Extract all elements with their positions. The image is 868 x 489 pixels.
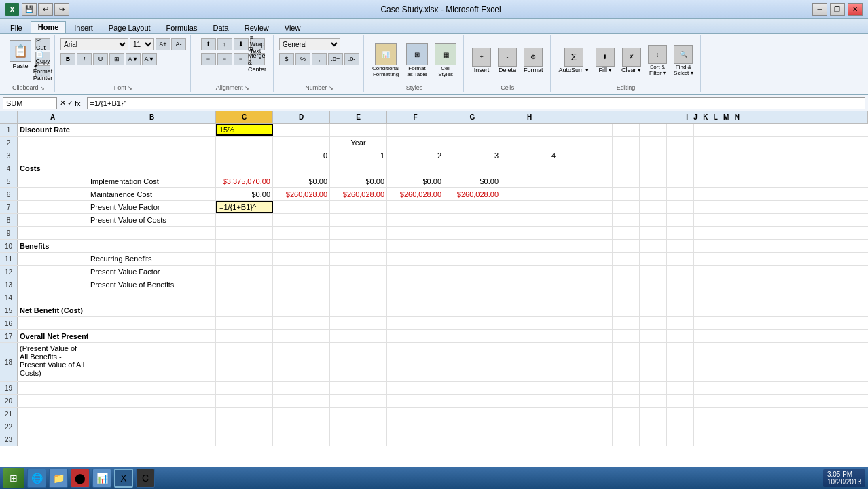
list-item[interactable]: [640, 214, 667, 226]
list-item[interactable]: Net Benefit (Cost): [18, 304, 88, 316]
list-item[interactable]: [444, 291, 501, 304]
list-item[interactable]: [585, 330, 613, 342]
align-center-btn[interactable]: ≡: [217, 53, 232, 65]
col-header-h[interactable]: H: [501, 111, 558, 123]
list-item[interactable]: [585, 175, 613, 187]
list-item[interactable]: Present Value Factor: [88, 266, 216, 278]
list-item[interactable]: [585, 408, 613, 420]
list-item[interactable]: [694, 291, 721, 304]
list-item[interactable]: [88, 124, 216, 136]
list-item[interactable]: [501, 266, 558, 278]
list-item[interactable]: [387, 408, 444, 420]
list-item[interactable]: [558, 214, 585, 226]
list-item[interactable]: [273, 330, 330, 342]
save-btn[interactable]: 💾: [22, 3, 37, 16]
list-item[interactable]: [613, 227, 640, 239]
list-item[interactable]: [88, 382, 216, 394]
row-number[interactable]: 15: [0, 304, 18, 316]
list-item[interactable]: 0: [273, 149, 330, 162]
list-item[interactable]: [387, 343, 444, 381]
list-item[interactable]: [273, 395, 330, 407]
insert-btn[interactable]: + Insert: [469, 46, 494, 75]
list-item[interactable]: [216, 149, 273, 162]
list-item[interactable]: [501, 188, 558, 200]
list-item[interactable]: [694, 137, 721, 149]
start-button[interactable]: ⊞: [3, 468, 24, 488]
list-item[interactable]: [444, 201, 501, 213]
fill-color-button[interactable]: A▼: [126, 53, 141, 65]
taskbar-explorer[interactable]: 📁: [49, 469, 68, 488]
list-item[interactable]: [558, 408, 585, 420]
list-item[interactable]: [558, 291, 585, 304]
list-item[interactable]: [444, 266, 501, 278]
list-item[interactable]: [18, 395, 88, 407]
list-item[interactable]: [88, 395, 216, 407]
list-item[interactable]: [640, 253, 667, 265]
font-family-select[interactable]: Arial: [60, 38, 128, 50]
list-item[interactable]: [216, 214, 273, 226]
conditional-formatting-btn[interactable]: 📊 ConditionalFormatting: [369, 41, 402, 79]
col-header-c[interactable]: C: [216, 111, 273, 123]
format-as-table-btn[interactable]: ⊞ Formatas Table: [403, 41, 431, 79]
list-item[interactable]: [18, 227, 88, 239]
list-item[interactable]: [585, 149, 613, 162]
merge-center-btn[interactable]: ⊡ Merge & Center: [250, 53, 265, 65]
list-item[interactable]: [330, 330, 387, 342]
list-item[interactable]: [667, 408, 694, 420]
row-number[interactable]: 14: [0, 291, 18, 304]
list-item[interactable]: [585, 227, 613, 239]
list-item[interactable]: [558, 149, 585, 162]
list-item[interactable]: [88, 227, 216, 239]
list-item[interactable]: [501, 408, 558, 420]
list-item[interactable]: Costs: [18, 162, 88, 175]
list-item[interactable]: [88, 433, 216, 446]
list-item[interactable]: [667, 343, 694, 381]
list-item[interactable]: [88, 408, 216, 420]
tab-home[interactable]: Home: [31, 21, 67, 33]
list-item[interactable]: [18, 266, 88, 278]
list-item[interactable]: [387, 330, 444, 342]
taskbar-app5[interactable]: C: [136, 469, 155, 488]
undo-btn[interactable]: ↩: [38, 3, 53, 16]
format-painter-button[interactable]: 🖌 Format Painter: [35, 65, 50, 77]
list-item[interactable]: [640, 330, 667, 342]
list-item[interactable]: [667, 317, 694, 329]
list-item[interactable]: [558, 420, 585, 433]
list-item[interactable]: [694, 433, 721, 446]
list-item[interactable]: [273, 266, 330, 278]
list-item[interactable]: $0.00: [330, 175, 387, 187]
list-item[interactable]: [640, 304, 667, 316]
list-item[interactable]: [667, 382, 694, 394]
col-header-g[interactable]: G: [444, 111, 501, 123]
list-item[interactable]: [330, 278, 387, 291]
list-item[interactable]: [558, 433, 585, 446]
list-item[interactable]: [694, 162, 721, 175]
col-header-a[interactable]: A: [18, 111, 88, 123]
list-item[interactable]: [88, 291, 216, 304]
list-item[interactable]: [273, 291, 330, 304]
formula-input[interactable]: [87, 97, 865, 109]
cell-styles-btn[interactable]: ▦ CellStyles: [432, 41, 459, 79]
list-item[interactable]: [273, 408, 330, 420]
list-item[interactable]: [667, 253, 694, 265]
list-item[interactable]: [444, 162, 501, 175]
list-item[interactable]: Year: [330, 137, 387, 149]
list-item[interactable]: [387, 395, 444, 407]
tab-formulas[interactable]: Formulas: [159, 22, 205, 33]
list-item[interactable]: [613, 214, 640, 226]
list-item[interactable]: [613, 240, 640, 252]
list-item[interactable]: [694, 214, 721, 226]
list-item[interactable]: 15%: [216, 124, 273, 136]
close-btn[interactable]: ✕: [848, 3, 863, 16]
list-item[interactable]: [444, 420, 501, 433]
list-item[interactable]: Benefits: [18, 240, 88, 252]
list-item[interactable]: [694, 149, 721, 162]
list-item[interactable]: [330, 433, 387, 446]
list-item[interactable]: [387, 420, 444, 433]
list-item[interactable]: [330, 162, 387, 175]
taskbar-ie[interactable]: 🌐: [27, 469, 46, 488]
list-item[interactable]: [667, 266, 694, 278]
list-item[interactable]: Present Value of Costs: [88, 214, 216, 226]
list-item[interactable]: [444, 433, 501, 446]
list-item[interactable]: [694, 343, 721, 381]
